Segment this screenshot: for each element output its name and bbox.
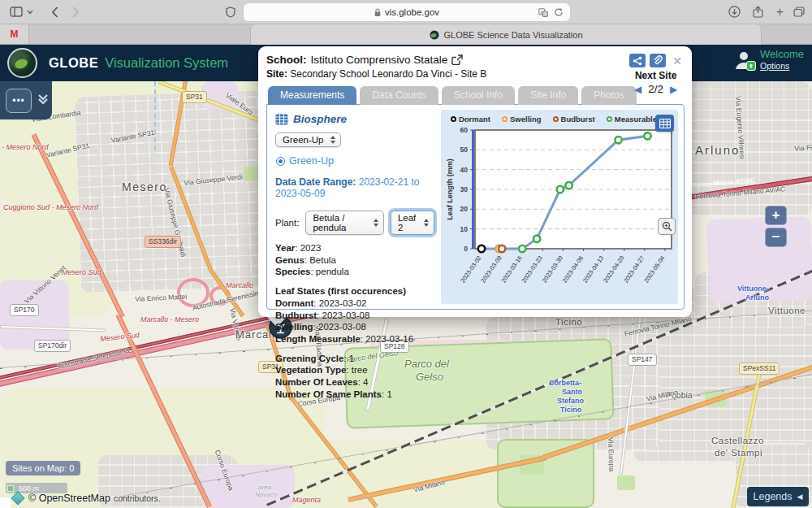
legend-label: Budburst bbox=[561, 115, 595, 124]
map-label: area bbox=[258, 484, 271, 491]
forward-button[interactable] bbox=[72, 7, 80, 18]
legend-item-dormant[interactable]: Dormant bbox=[451, 115, 490, 124]
chart-legend: DormantSwellingBudburstMeasurable bbox=[449, 115, 659, 124]
school-name: Istituto Comprensivo Statale bbox=[311, 54, 448, 66]
url-text: vis.globe.gov bbox=[385, 7, 439, 17]
address-bar[interactable]: vis.globe.gov A bbox=[244, 3, 570, 21]
legends-arrow-icon: ◀ bbox=[797, 493, 803, 501]
reload-icon[interactable] bbox=[554, 7, 564, 17]
tab-overview-icon[interactable] bbox=[793, 7, 805, 17]
zoom-in-button[interactable]: + bbox=[765, 206, 787, 225]
brand-name: GLOBE bbox=[49, 55, 98, 71]
data-point-budburst[interactable] bbox=[499, 245, 505, 252]
sphere-title: Biosphere bbox=[293, 113, 347, 125]
globe-logo-icon[interactable] bbox=[7, 48, 37, 78]
legend-label: Swelling bbox=[510, 115, 542, 124]
road-ref-badge: SPexSS11 bbox=[739, 363, 780, 375]
prev-site-arrow[interactable]: ◀ bbox=[634, 84, 641, 95]
plant-select[interactable]: Betula / pendula bbox=[305, 211, 383, 235]
leaf-select[interactable]: Leaf 2 bbox=[391, 211, 434, 235]
scale-swatch bbox=[7, 485, 14, 492]
legends-button[interactable]: Legends ◀ bbox=[747, 487, 809, 506]
data-point-measurable[interactable] bbox=[519, 245, 525, 252]
data-point-measurable[interactable] bbox=[615, 137, 621, 143]
tab-data-counts[interactable]: Data Counts bbox=[360, 86, 438, 105]
map-label: Vittuone- bbox=[737, 284, 769, 293]
zoom-out-button[interactable]: − bbox=[765, 228, 787, 247]
map-label: Vittuone bbox=[768, 306, 806, 315]
legend-ring-icon bbox=[553, 116, 559, 122]
collapse-chevrons-icon[interactable] bbox=[37, 93, 50, 109]
protocol-select[interactable]: Green-Up bbox=[275, 132, 341, 147]
browser-toolbar: vis.globe.gov A + bbox=[0, 0, 812, 24]
translate-icon[interactable]: A bbox=[538, 8, 548, 17]
page-indicator: 2/2 bbox=[648, 83, 663, 95]
legend-item-swelling[interactable]: Swelling bbox=[502, 115, 542, 124]
tab-site-info[interactable]: Site Info bbox=[518, 86, 578, 105]
greenup-radio[interactable] bbox=[276, 157, 285, 166]
table-icon bbox=[275, 114, 288, 125]
map-label: Arluno bbox=[745, 293, 769, 302]
detail-line: Species: pendula bbox=[275, 266, 434, 278]
legend-ring-icon bbox=[451, 116, 456, 122]
privacy-shield-icon[interactable] bbox=[226, 7, 235, 18]
chevron-down-icon[interactable] bbox=[27, 10, 33, 15]
close-popup-button[interactable]: ✕ bbox=[672, 54, 682, 67]
detail-line: Number Of Leaves: 4 bbox=[275, 376, 434, 389]
share-site-button[interactable] bbox=[629, 54, 646, 67]
site-info-popup: School: Istituto Comprensivo Statale Sit… bbox=[258, 46, 692, 317]
leaf-length-chart: 0102030405060Leaf Length (mm)2023-03-022… bbox=[444, 124, 678, 302]
next-site-label: Next Site bbox=[635, 70, 676, 81]
chart-zoom-button[interactable] bbox=[658, 218, 676, 235]
map-label: Santo bbox=[562, 388, 582, 396]
select-arrows-icon bbox=[374, 219, 378, 227]
road-ref-badge: SP31 bbox=[182, 91, 207, 103]
back-button[interactable] bbox=[51, 7, 58, 18]
legend-ring-icon bbox=[607, 116, 612, 122]
detail-line: Dormant: 2023-03-02 bbox=[275, 297, 434, 310]
downloads-icon[interactable] bbox=[728, 6, 741, 18]
attribution-text[interactable]: © OpenStreetMap bbox=[28, 493, 110, 504]
svg-text:0: 0 bbox=[464, 245, 468, 253]
map-canal bbox=[154, 81, 156, 150]
share-icon[interactable] bbox=[753, 6, 763, 18]
measurements-panel: Biosphere Green-Up Green-Up Data Date Ra… bbox=[266, 104, 685, 310]
svg-text:2023-05-04: 2023-05-04 bbox=[642, 254, 666, 284]
map-label: Arluno bbox=[695, 143, 740, 157]
legend-item-measurable[interactable]: Measurable bbox=[607, 115, 657, 124]
attachment-button[interactable] bbox=[650, 54, 666, 67]
user-icon[interactable] bbox=[733, 50, 754, 71]
tab-photos[interactable]: Photos bbox=[581, 86, 636, 105]
external-link-icon[interactable] bbox=[451, 54, 463, 65]
options-link[interactable]: Options bbox=[760, 61, 789, 72]
data-point-measurable[interactable] bbox=[644, 132, 650, 139]
map-green-patch bbox=[617, 475, 635, 490]
legend-item-budburst[interactable]: Budburst bbox=[553, 115, 595, 124]
map-label: Mesero bbox=[122, 180, 167, 193]
map-label: Stefano bbox=[557, 397, 584, 405]
scale-text: 500 m bbox=[19, 484, 39, 493]
data-point-measurable[interactable] bbox=[565, 182, 572, 189]
data-point-dormant[interactable] bbox=[478, 245, 485, 252]
map-menu-button[interactable]: ••• bbox=[6, 89, 32, 113]
map-label: Via Enrico Mattei bbox=[135, 293, 188, 303]
data-point-measurable[interactable] bbox=[533, 236, 540, 242]
sidebar-icon[interactable] bbox=[10, 7, 23, 17]
tab-measurements[interactable]: Measurements bbox=[268, 86, 356, 105]
next-site-arrow[interactable]: ▶ bbox=[670, 84, 677, 95]
map-label: Cuggiono Sud - Mesero Nord bbox=[3, 203, 98, 211]
detail-line: Length Measurable: 2023-03-16 bbox=[275, 333, 434, 345]
data-table-button[interactable] bbox=[655, 115, 674, 132]
legend-label: Measurable bbox=[615, 115, 657, 124]
svg-text:60: 60 bbox=[460, 126, 469, 134]
road-ref-badge: SS336dir bbox=[145, 236, 181, 248]
map-park-area bbox=[497, 439, 594, 508]
tab-school-info[interactable]: School Info bbox=[442, 86, 515, 105]
pinned-tab-gmail[interactable]: M bbox=[0, 24, 29, 44]
data-point-measurable[interactable] bbox=[557, 186, 564, 193]
new-tab-icon[interactable]: + bbox=[776, 5, 784, 20]
attribution-text2: contributors. bbox=[114, 493, 161, 503]
active-tab[interactable]: GLOBE Science Data Visualization bbox=[250, 24, 762, 45]
sites-on-map-badge: Sites on Map: 0 bbox=[6, 461, 80, 475]
road-ref-badge: SP170 bbox=[10, 304, 39, 316]
